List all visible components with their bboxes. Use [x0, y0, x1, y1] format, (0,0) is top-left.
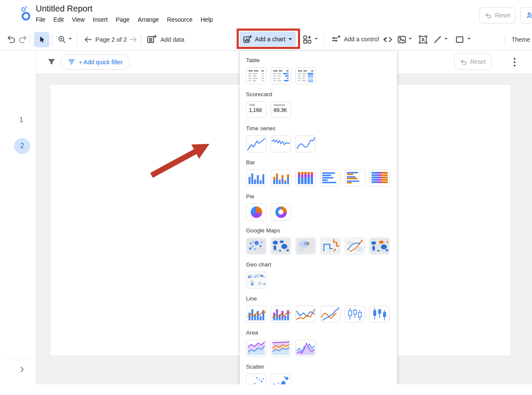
header-reset-button[interactable]: Reset: [479, 7, 516, 23]
menu-help[interactable]: Help: [200, 16, 213, 23]
line-caret-icon[interactable]: [444, 38, 448, 40]
menu-arrange[interactable]: Arrange: [138, 16, 159, 23]
menu-insert[interactable]: Insert: [93, 16, 108, 23]
section-label: Pie: [246, 193, 391, 200]
heat-map-option[interactable]: [295, 238, 316, 255]
scorecard-compact-option[interactable]: Sessions 69.3K: [271, 101, 291, 117]
header-reset-label: Reset: [495, 12, 511, 19]
add-data-icon: [146, 34, 157, 45]
menu-edit[interactable]: Edit: [54, 16, 64, 23]
toolbar-divider: [140, 34, 141, 45]
combo-column-line-icon: [246, 306, 266, 322]
smoothed-line-option[interactable]: [320, 306, 340, 323]
sidebar-expand-chevron-icon[interactable]: [19, 366, 26, 373]
scatter-chart-option[interactable]: [246, 374, 266, 384]
candlestick-filled-icon: [370, 306, 389, 322]
bar-chart-option[interactable]: [320, 169, 340, 186]
filled-map-option[interactable]: [271, 238, 291, 255]
column-chart-icon: [246, 170, 266, 186]
image-icon[interactable]: [397, 34, 407, 45]
bubble-map-option[interactable]: [246, 238, 266, 255]
more-options-icon[interactable]: [509, 57, 520, 68]
candlestick-filled-option[interactable]: [369, 306, 390, 323]
scorecard-option[interactable]: Total 1,168: [246, 101, 266, 117]
sidebar-page-1[interactable]: 1: [13, 116, 30, 124]
embed-code-icon[interactable]: [382, 34, 393, 45]
add-data-button[interactable]: Add data: [146, 34, 184, 45]
undo-icon[interactable]: [6, 34, 16, 45]
chart-section-pie: Pie: [246, 193, 391, 220]
table-with-heatmap-option[interactable]: [295, 67, 316, 84]
prev-page-icon[interactable]: [83, 35, 93, 44]
stacked-bar-option[interactable]: [345, 169, 365, 186]
menu-view[interactable]: View: [72, 16, 85, 23]
shape-caret-icon[interactable]: [467, 38, 471, 40]
pie-chart-icon: [251, 206, 262, 218]
heat-map-icon: [296, 238, 315, 254]
100-stacked-bar-icon: [370, 170, 389, 186]
pages-sidebar: 1 2: [0, 50, 36, 384]
100-stacked-bar-option[interactable]: [369, 169, 390, 186]
chart-section-table: Table: [246, 57, 391, 84]
undo-arrow-icon: [485, 12, 492, 18]
styled-map-option[interactable]: [369, 238, 390, 255]
zoom-tool-icon[interactable]: [57, 34, 67, 45]
menu-page[interactable]: Page: [116, 16, 130, 23]
filter-reset-button[interactable]: Reset: [454, 54, 492, 70]
select-tool-button[interactable]: [34, 32, 49, 47]
shape-tool-icon[interactable]: [455, 34, 465, 45]
add-quick-filter-button[interactable]: + Add quick filter: [60, 54, 130, 70]
bubble-chart-option[interactable]: [271, 374, 291, 384]
sidebar-page-2-selected[interactable]: 2: [14, 138, 30, 154]
add-control-button[interactable]: Add a control: [330, 34, 387, 44]
screenshot-bottom-margin: [0, 384, 532, 395]
column-chart-option[interactable]: [246, 169, 266, 186]
donut-chart-option[interactable]: [271, 203, 291, 220]
bar-chart-icon: [320, 170, 340, 186]
share-button[interactable]: [520, 7, 532, 23]
bubble-chart-icon: [271, 374, 291, 384]
section-label: Scorecard: [246, 91, 391, 98]
menu-file[interactable]: File: [36, 16, 46, 23]
zoom-caret-icon[interactable]: [69, 38, 72, 40]
pie-chart-option[interactable]: [246, 203, 266, 220]
combo-stacked-line-option[interactable]: [271, 306, 291, 323]
theme-layout-button[interactable]: Theme and layout: [512, 36, 532, 43]
report-title[interactable]: Untitled Report: [36, 4, 92, 14]
sparkline-option[interactable]: [271, 135, 291, 152]
geo-chart-option[interactable]: [246, 272, 266, 289]
combo-column-line-option[interactable]: [246, 306, 266, 323]
line-chart-option[interactable]: [295, 306, 316, 323]
quick-filter-icon: [68, 60, 75, 65]
flight-map-option[interactable]: [345, 238, 365, 255]
community-viz-caret-icon[interactable]: [315, 38, 318, 40]
line-tool-icon[interactable]: [432, 34, 443, 45]
flight-map-icon: [345, 238, 365, 254]
text-box-icon[interactable]: A: [418, 34, 428, 45]
stacked-area-option[interactable]: [246, 340, 266, 357]
looker-studio-logo-icon[interactable]: [20, 5, 31, 22]
time-series-option[interactable]: [246, 135, 266, 152]
image-caret-icon[interactable]: [409, 38, 412, 40]
smoothed-time-series-option[interactable]: [295, 135, 316, 152]
toolbar-divider: [377, 34, 378, 45]
table-with-bars-option[interactable]: [271, 67, 291, 84]
community-visualizations-icon[interactable]: [302, 34, 312, 45]
area-chart-option[interactable]: [295, 340, 316, 357]
filter-reset-label: Reset: [470, 58, 486, 65]
add-chart-label: Add a chart: [255, 36, 286, 43]
scorecard-metric-title: Sessions: [274, 103, 291, 106]
100-stacked-column-option[interactable]: [295, 169, 316, 186]
redo-icon[interactable]: [18, 34, 28, 45]
route-map-option[interactable]: [320, 238, 340, 255]
stacked-column-option[interactable]: [271, 169, 291, 186]
stacked-area-3-series-option[interactable]: [271, 340, 291, 357]
toolbar-divider: [505, 34, 505, 45]
table-chart-option[interactable]: [246, 67, 266, 84]
next-page-icon[interactable]: [129, 35, 138, 44]
candlestick-outline-option[interactable]: [345, 306, 365, 323]
add-chart-button[interactable]: Add a chart: [240, 31, 296, 46]
section-label: Time series: [246, 125, 391, 132]
add-control-label: Add a control: [344, 36, 379, 43]
menu-resource[interactable]: Resource: [167, 16, 192, 23]
